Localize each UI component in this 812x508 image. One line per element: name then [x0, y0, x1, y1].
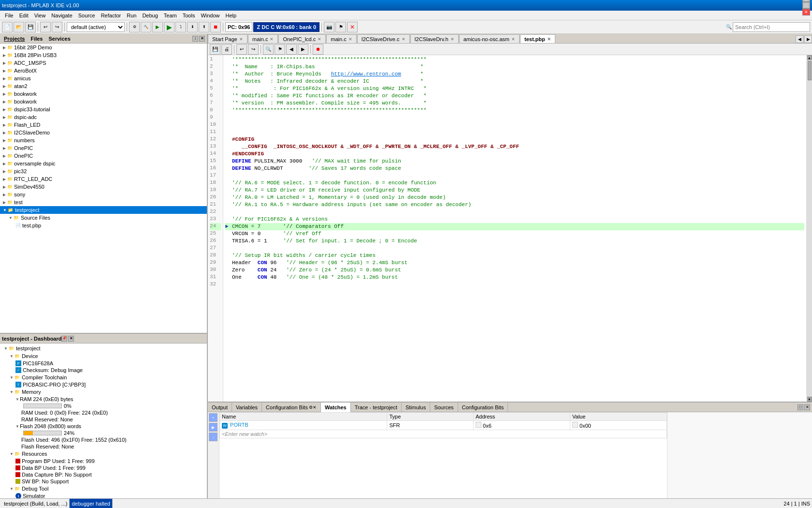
- et-bp-toggle[interactable]: ⏺: [313, 44, 323, 55]
- output-tab-trace[interactable]: Trace - testproject: [351, 403, 402, 412]
- menu-view[interactable]: View: [31, 12, 49, 19]
- tree-item-sourcefiles[interactable]: ▼ 📁 Source Files: [0, 214, 207, 222]
- tab-i2c-drive[interactable]: I2CSlaveDrive.c ✕: [357, 34, 410, 43]
- close-icon[interactable]: ✕: [270, 37, 274, 42]
- watch-add-btn[interactable]: +: [209, 413, 218, 422]
- output-tab-config-bits1[interactable]: Configuration Bits ⚙ ✕: [262, 403, 321, 412]
- tree-item-dspic33[interactable]: ▶ 📁 dspic33-tutorial: [0, 105, 207, 113]
- tree-item-16bit[interactable]: ▶ 📁 16bit 28P Demo: [0, 44, 207, 51]
- menu-window[interactable]: Window: [198, 12, 222, 19]
- dash-ram[interactable]: ▼ RAM 224 (0xE0) bytes: [1, 396, 206, 403]
- tree-item-testproject[interactable]: ▼ 📁 testproject: [0, 206, 207, 214]
- save-button[interactable]: 💾: [25, 22, 36, 32]
- tree-item-bookwork1[interactable]: ▶ 📁 bookwork: [0, 90, 207, 98]
- et-btn5[interactable]: ⚑: [275, 44, 285, 55]
- new-watch-cell[interactable]: <Enter new watch>: [220, 430, 667, 438]
- close-icon[interactable]: ✕: [239, 37, 243, 42]
- step-into-button[interactable]: ⬇: [187, 22, 198, 32]
- undo-button[interactable]: ↩: [40, 22, 51, 32]
- tree-item-oversample[interactable]: ▶ 📁 oversample dspic: [0, 160, 207, 167]
- clean-button[interactable]: 🔨: [141, 22, 151, 32]
- tab-i2c-drv[interactable]: I2CSlaveDrv.h ✕: [410, 34, 459, 43]
- tab-files[interactable]: Files: [29, 36, 44, 42]
- tree-item-test[interactable]: ▶ 📁 test: [0, 198, 207, 206]
- close-button[interactable]: ✕: [802, 9, 810, 15]
- tree-item-flashled[interactable]: ▶ 📁 Flash_LED: [0, 121, 207, 129]
- close-icon[interactable]: ✕: [402, 37, 406, 42]
- output-tab-stimulus[interactable]: Stimulus: [402, 403, 430, 412]
- tab-test-pbp[interactable]: test.pbp ✕: [520, 34, 555, 43]
- tab-projects[interactable]: Projects: [2, 36, 27, 42]
- debug-button[interactable]: ▶: [164, 22, 174, 32]
- menu-file[interactable]: File: [2, 12, 16, 19]
- stop-button[interactable]: ⏹: [210, 22, 221, 32]
- nav-left[interactable]: ◀: [796, 35, 803, 43]
- close-icon[interactable]: ✕: [547, 37, 551, 42]
- step-over-button[interactable]: ⤵: [175, 22, 186, 32]
- nav-right[interactable]: ▶: [804, 35, 812, 43]
- tree-item-testpbp[interactable]: 📄 test.pbp: [0, 222, 207, 229]
- debug-tool-btn2[interactable]: ✕: [347, 22, 358, 32]
- dash-picbasic[interactable]: T PICBASIC-PRO [C:\PBP3]: [1, 381, 206, 388]
- et-btn2[interactable]: 🖨: [221, 44, 232, 55]
- et-btn6[interactable]: ◀: [286, 44, 297, 55]
- open-button[interactable]: 📂: [14, 22, 24, 32]
- et-search[interactable]: 🔍: [263, 44, 274, 55]
- tree-item-i2c[interactable]: ▶ 📁 I2CSlaveDemo: [0, 129, 207, 136]
- tree-item-adc[interactable]: ▶ 📁 ADC_1MSPS: [0, 59, 207, 67]
- tree-item-rtc[interactable]: ▶ 📁 RTC_LED_ADC: [0, 175, 207, 183]
- maximize-button[interactable]: □: [802, 2, 810, 9]
- debug-tool-btn1[interactable]: ⚑: [335, 22, 346, 32]
- tree-item-onepic1[interactable]: ▶ 📁 OnePIC: [0, 144, 207, 152]
- table-row[interactable]: W PORTB SFR 0x6 0x00: [220, 421, 667, 430]
- et-btn4[interactable]: ↪: [248, 44, 259, 55]
- run-button[interactable]: ▶: [152, 22, 163, 32]
- menu-source[interactable]: Source: [75, 12, 98, 19]
- redo-button[interactable]: ↪: [52, 22, 62, 32]
- tree-item-pic32[interactable]: ▶ 📁 pic32: [0, 167, 207, 175]
- output-maximize-btn[interactable]: □: [798, 404, 803, 410]
- output-tab-watches[interactable]: Watches: [321, 403, 351, 412]
- dash-resources[interactable]: ▼ 📁 Resources: [1, 450, 206, 458]
- et-btn1[interactable]: 💾: [210, 44, 220, 55]
- tab-amicus-asm[interactable]: amicus-no-osc.asm ✕: [459, 34, 520, 43]
- output-close-btn[interactable]: ✕: [804, 404, 810, 410]
- tree-item-onepic2[interactable]: ▶ 📁 OnePIC: [0, 152, 207, 160]
- config-close[interactable]: ✕: [313, 405, 317, 410]
- config-dropdown[interactable]: default (active): [67, 22, 125, 32]
- search-input[interactable]: [733, 22, 810, 32]
- dash-compiler[interactable]: ▼ 📁 Compiler Toolchain: [1, 374, 206, 381]
- menu-refactor[interactable]: Refactor: [98, 12, 124, 19]
- scroll-up[interactable]: ▲: [807, 55, 812, 60]
- menu-debug[interactable]: Debug: [139, 12, 160, 19]
- tree-item-dspic-adc[interactable]: ▶ 📁 dspic-adc: [0, 113, 207, 121]
- tree-item-numbers[interactable]: ▶ 📁 numbers: [0, 136, 207, 144]
- step-out-button[interactable]: ⬆: [199, 22, 209, 32]
- dash-debug-tool[interactable]: ▼ 📁 Debug Tool: [1, 485, 206, 493]
- watch-run-btn[interactable]: ▶: [209, 423, 218, 432]
- dash-flash[interactable]: ▼ Flash 2048 (0x800) words: [1, 423, 206, 430]
- editor-scrollbar[interactable]: ▲ ▼: [806, 55, 812, 402]
- table-row-new[interactable]: <Enter new watch>: [220, 430, 667, 438]
- dashboard-pin-btn[interactable]: 📌: [61, 336, 67, 342]
- tree-item-atan2[interactable]: ▶ 📁 atan2: [0, 82, 207, 90]
- close-icon[interactable]: ✕: [318, 37, 321, 42]
- close-icon[interactable]: ✕: [511, 37, 515, 42]
- close-icon[interactable]: ✕: [348, 37, 352, 42]
- code-editor[interactable]: '***************************************…: [223, 55, 806, 402]
- menu-edit[interactable]: Edit: [16, 12, 31, 19]
- et-btn3[interactable]: ↩: [236, 44, 247, 55]
- output-tab-variables[interactable]: Variables: [232, 403, 262, 412]
- menu-navigate[interactable]: Navigate: [48, 12, 75, 19]
- dash-simulator[interactable]: i Simulator: [1, 493, 206, 498]
- output-tab-sources[interactable]: Sources: [430, 403, 458, 412]
- watch-step-btn[interactable]: ↓: [209, 433, 218, 441]
- menu-help[interactable]: Help: [223, 12, 240, 19]
- dash-memory[interactable]: ▼ 📁 Memory: [1, 388, 206, 396]
- close-icon[interactable]: ✕: [450, 37, 454, 42]
- menu-run[interactable]: Run: [124, 12, 139, 19]
- tree-item-16bit-usb3[interactable]: ▶ 📁 16Bit 28Pin USB3: [0, 51, 207, 59]
- tab-services[interactable]: Services: [47, 36, 72, 42]
- tree-item-aerobotx[interactable]: ▶ 📁 AeroBotX: [0, 67, 207, 75]
- dashboard-close-btn[interactable]: ✕: [68, 336, 74, 342]
